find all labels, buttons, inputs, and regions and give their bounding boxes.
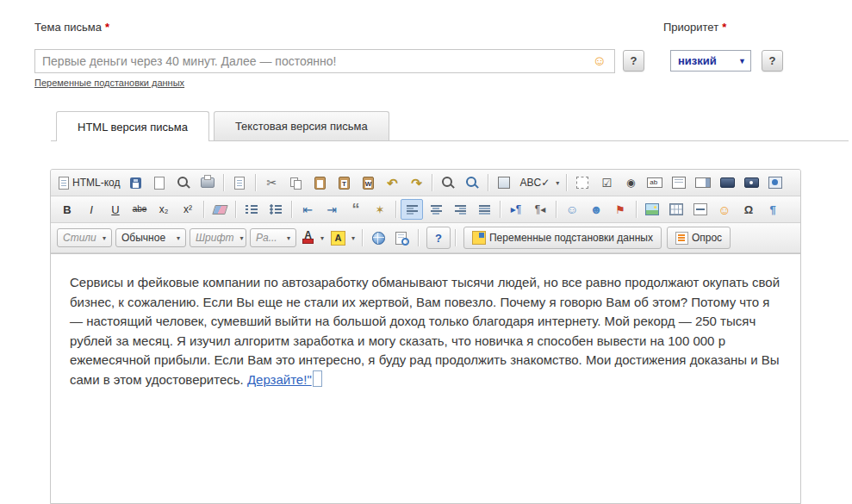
subject-input[interactable] (40, 53, 590, 69)
select-caret-icon: ▼ (738, 57, 746, 65)
spellcheck-button[interactable]: ABC✓▾ (517, 172, 562, 193)
priority-label: Приоритет* (663, 21, 726, 34)
fullscreen-button[interactable] (493, 172, 515, 193)
subject-help-button[interactable]: ? (623, 50, 644, 72)
smiley-button[interactable]: ☺ (713, 199, 736, 220)
priority-select[interactable]: низкий ▼ (670, 50, 751, 72)
cut-button[interactable]: ✂ (260, 172, 283, 193)
outdent-button[interactable]: ⇤ (296, 199, 319, 220)
toolbar-separator (432, 174, 432, 191)
image-button[interactable] (641, 199, 663, 220)
editor-toolbar-row-1: HTML-код✂↶↷ABC✓▾☑◉ (51, 170, 800, 196)
emoticons-button[interactable]: ☺ (561, 199, 583, 220)
align-left-button[interactable] (401, 199, 423, 220)
strikethrough-button[interactable]: abe (128, 199, 151, 220)
insert-template-button[interactable] (228, 172, 251, 193)
rtl-paragraph-button[interactable]: ¶◂ (529, 199, 551, 220)
save-icon (130, 177, 141, 189)
font-size-select[interactable]: Ра...▾ (250, 228, 296, 247)
email-body-link[interactable]: Дерзайте!" (247, 372, 312, 387)
insert-textfield-button[interactable] (644, 172, 666, 193)
textarea-icon (672, 177, 686, 189)
email-body-paragraph: Сервисы и фейковые компании по автозараб… (70, 273, 781, 389)
special-char-button-glyph: Ω (744, 204, 753, 215)
tab-html-version[interactable]: HTML версия письма (56, 111, 209, 141)
flag-button[interactable]: ⚑ (609, 199, 631, 220)
survey-button[interactable]: Опрос (667, 227, 731, 249)
paragraph-format-select[interactable]: Обычное▾ (115, 228, 186, 247)
variables-button[interactable]: Переменные подстановки данных (463, 227, 662, 249)
cleanup-button[interactable]: ✶ (369, 199, 391, 220)
align-right-button[interactable] (449, 199, 471, 220)
insert-textarea-button[interactable] (668, 172, 690, 193)
required-asterisk: * (722, 21, 726, 34)
redo-button[interactable]: ↷ (405, 172, 427, 193)
background-color-button[interactable]: ▾ (328, 227, 358, 248)
insert-checkbox-button-glyph: ☑ (601, 177, 612, 189)
editor-content[interactable]: Сервисы и фейковые компании по автозараб… (51, 253, 800, 503)
paste-button[interactable] (308, 172, 331, 193)
blockquote-button[interactable]: “ (345, 199, 367, 220)
font-family-select[interactable]: Шрифт▾ (190, 228, 246, 247)
text-color-button[interactable]: ▾ (299, 227, 326, 248)
bold-button[interactable]: B (56, 199, 78, 220)
print-button[interactable] (196, 172, 219, 193)
find-replace-button[interactable] (461, 172, 483, 193)
styles-select[interactable]: Стили▾ (57, 228, 112, 247)
eraser-icon (212, 205, 228, 215)
frame-icon (498, 177, 510, 189)
remove-format-button[interactable] (208, 199, 231, 220)
horizontal-rule-button[interactable] (689, 199, 712, 220)
italic-button[interactable]: I (80, 199, 103, 220)
img-icon (645, 203, 659, 215)
align-justify-button[interactable] (473, 199, 495, 220)
undo-button[interactable]: ↶ (381, 172, 403, 193)
editor-toolbar-row-3: Стили▾Обычное▾Шрифт▾Ра...▾▾▾?Переменные … (51, 223, 800, 253)
insert-media-button[interactable] (764, 172, 787, 193)
new-document-button[interactable] (148, 172, 171, 193)
priority-help-button[interactable]: ? (762, 50, 783, 72)
ltr-paragraph-button[interactable]: ▸¶ (505, 199, 527, 220)
tab-text-version[interactable]: Текстовая версия письма (214, 111, 389, 140)
indent-button[interactable]: ⇥ (320, 199, 343, 220)
paste-as-text-button[interactable] (333, 172, 355, 193)
toolbar-separator (556, 201, 557, 218)
preview-button[interactable] (172, 172, 195, 193)
align-center-button[interactable] (425, 199, 447, 220)
page-check-button[interactable] (391, 227, 414, 248)
copy-icon (290, 177, 302, 189)
superscript-button[interactable]: x² (177, 199, 199, 220)
toolbar-separator (362, 229, 363, 246)
paste-from-word-button[interactable] (357, 172, 379, 193)
bold-button-glyph: B (63, 204, 71, 215)
copy-button[interactable] (284, 172, 307, 193)
html-code-button-label: HTML-код (72, 177, 120, 189)
ordered-list-button[interactable] (240, 199, 263, 220)
find-button[interactable] (437, 172, 459, 193)
outdent-button-glyph: ⇤ (302, 203, 313, 215)
selectbox-icon (695, 177, 711, 188)
emoji-picker-icon[interactable]: ☺ (593, 54, 606, 68)
stickers-button[interactable]: ☻ (585, 199, 607, 220)
insert-image-button-button[interactable] (740, 172, 762, 193)
subject-label-text: Тема письма (34, 21, 102, 34)
insert-checkbox-button[interactable]: ☑ (595, 172, 618, 193)
save-button[interactable] (124, 172, 146, 193)
insert-form-button-button[interactable] (716, 172, 738, 193)
html-code-button[interactable]: HTML-код (56, 172, 122, 193)
visual-chars-button[interactable]: ¶ (762, 199, 784, 220)
unordered-list-button[interactable] (264, 199, 287, 220)
special-char-button[interactable]: Ω (737, 199, 760, 220)
subject-variables-link[interactable]: Переменные подстановки данных (34, 78, 184, 88)
underline-button[interactable]: U (104, 199, 127, 220)
dropdown-caret-icon: ▾ (287, 234, 290, 242)
visual-aid-button[interactable] (571, 172, 594, 193)
table-button[interactable] (665, 199, 687, 220)
insert-select-button[interactable] (692, 172, 714, 193)
subscript-button[interactable]: x₂ (152, 199, 175, 220)
dropdown-caret-icon: ▾ (103, 234, 106, 242)
priority-label-text: Приоритет (663, 21, 718, 34)
anchor-button[interactable] (367, 227, 389, 248)
insert-radio-button[interactable]: ◉ (619, 172, 642, 193)
editor-help-button[interactable]: ? (426, 227, 451, 249)
